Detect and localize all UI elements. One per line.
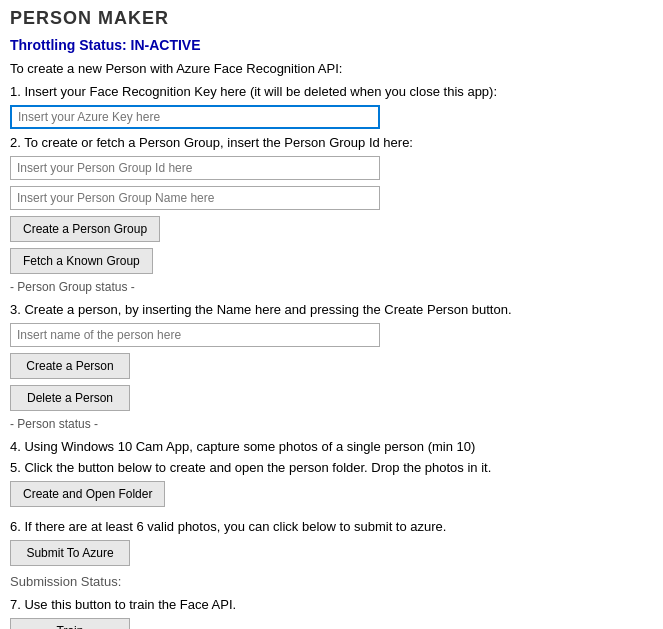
step2-label: 2. To create or fetch a Person Group, in… [10, 135, 653, 150]
create-person-button[interactable]: Create a Person [10, 353, 130, 379]
person-status: - Person status - [10, 417, 653, 431]
submit-to-azure-button[interactable]: Submit To Azure [10, 540, 130, 566]
create-person-group-button[interactable]: Create a Person Group [10, 216, 160, 242]
step5-label: 5. Click the button below to create and … [10, 460, 653, 475]
azure-key-input[interactable] [10, 105, 380, 129]
app-title: PERSON MAKER [10, 8, 653, 29]
step3-label: 3. Create a person, by inserting the Nam… [10, 302, 653, 317]
person-group-name-input[interactable] [10, 186, 380, 210]
create-open-folder-button[interactable]: Create and Open Folder [10, 481, 165, 507]
train-button[interactable]: Train [10, 618, 130, 629]
intro-text: To create a new Person with Azure Face R… [10, 61, 653, 76]
person-group-status: - Person Group status - [10, 280, 653, 294]
step6-label: 6. If there are at least 6 valid photos,… [10, 519, 653, 534]
throttling-status: Throttling Status: IN-ACTIVE [10, 37, 653, 53]
person-group-id-input[interactable] [10, 156, 380, 180]
step1-label: 1. Insert your Face Recognition Key here… [10, 84, 653, 99]
step4-label: 4. Using Windows 10 Cam App, capture som… [10, 439, 653, 454]
submission-status-label-1: Submission Status: [10, 574, 653, 589]
person-name-input[interactable] [10, 323, 380, 347]
fetch-known-group-button[interactable]: Fetch a Known Group [10, 248, 153, 274]
delete-person-button[interactable]: Delete a Person [10, 385, 130, 411]
step7-label: 7. Use this button to train the Face API… [10, 597, 653, 612]
